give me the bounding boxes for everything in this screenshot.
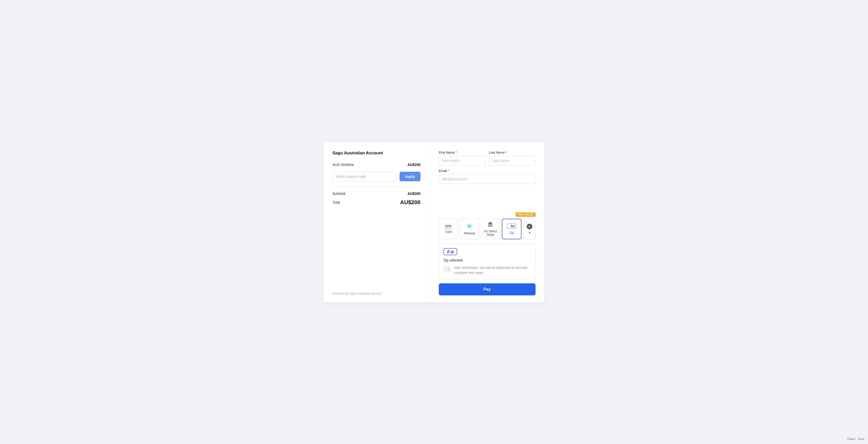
checkout-card: Sagu Australian Account AUS Onetime AU$2… (323, 142, 545, 302)
chevron-down-icon: ▾ (529, 231, 530, 234)
payment-method-card[interactable]: Card (439, 219, 458, 239)
email-label: Email * (439, 169, 535, 173)
zip-label: Zip (509, 231, 514, 235)
zip-selected-box: Z i p Zip selected. (439, 243, 535, 279)
apply-button[interactable]: Apply (400, 172, 421, 181)
payment-methods: Card ✓ Afterpay (439, 219, 535, 239)
email-input[interactable] (439, 174, 535, 184)
svg-rect-0 (445, 225, 451, 229)
card-label: Card (445, 230, 452, 234)
subtotal-label: Subtotal (333, 191, 345, 196)
svg-text:✓: ✓ (468, 225, 470, 228)
zip-logo-text: Z (447, 250, 450, 254)
bank-icon (488, 221, 493, 228)
zip-pm-icon: Z i p (507, 224, 516, 230)
coupon-row: Apply (333, 172, 421, 181)
first-name-required: * (456, 151, 457, 154)
svg-rect-5 (489, 224, 489, 226)
payment-method-zip[interactable]: Z i p Zip (502, 219, 522, 239)
email-required: * (448, 169, 449, 173)
powered-by: Powered by Sagu Australian Account (333, 292, 421, 295)
last-name-input[interactable] (489, 156, 536, 166)
svg-marker-9 (488, 222, 493, 224)
last-name-label: Last Name * (489, 151, 536, 154)
left-panel: Sagu Australian Account AUS Onetime AU$2… (323, 142, 430, 302)
email-group: Email * (439, 169, 535, 208)
pay-button[interactable]: Pay (439, 283, 535, 295)
account-title: Sagu Australian Account (333, 151, 421, 156)
payment-method-afterpay[interactable]: ✓ Afterpay (460, 219, 479, 239)
first-name-input[interactable] (439, 156, 486, 166)
afterpay-label: Afterpay (464, 232, 475, 235)
right-panel: First Name * Last Name * Email (430, 142, 545, 302)
last-name-required: * (506, 151, 507, 154)
privacy-link[interactable]: Privacy (847, 438, 856, 441)
zip-logo-badge: Z i p (443, 248, 457, 255)
svg-rect-4 (488, 224, 493, 224)
divider (333, 187, 421, 187)
coupon-input[interactable] (333, 172, 397, 181)
terms-link[interactable]: Terms (858, 438, 865, 441)
svg-rect-1 (445, 226, 451, 227)
svg-rect-7 (492, 224, 492, 226)
subtotal-row: Subtotal AU$200 (333, 191, 421, 196)
last-name-group: Last Name * (489, 151, 536, 166)
line-item-value: AU$200 (408, 163, 421, 167)
test-mode-badge: TEST MODE (516, 212, 535, 217)
zip-redirect-row: After submission, you will be redirected… (443, 265, 531, 275)
svg-rect-8 (488, 226, 493, 227)
svg-text:p: p (513, 225, 515, 228)
total-label: Total (333, 200, 340, 204)
k-icon: K (527, 224, 532, 229)
redirect-text: After submission, you will be redirected… (454, 265, 531, 275)
first-name-label: First Name * (439, 151, 486, 154)
total-row: Total AU$200 (333, 199, 421, 206)
line-item-label: AUS Onetime (333, 163, 354, 167)
au-direct-debit-label: AU Direct Debit (483, 230, 498, 237)
zip-selected-text: Zip selected. (443, 258, 531, 262)
zip-logo: Z i p (443, 248, 531, 255)
test-mode-wrapper: TEST MODE (439, 212, 535, 217)
zip-logo-p: p (451, 250, 454, 254)
line-item: AUS Onetime AU$200 (333, 163, 421, 167)
name-row: First Name * Last Name * (439, 151, 535, 166)
total-value: AU$200 (400, 199, 421, 206)
redirect-icon (443, 266, 451, 274)
page-wrapper: Sagu Australian Account AUS Onetime AU$2… (0, 131, 868, 313)
payment-method-au-direct-debit[interactable]: AU Direct Debit (481, 219, 500, 239)
zip-logo-i: i (450, 250, 451, 254)
first-name-group: First Name * (439, 151, 486, 166)
afterpay-icon: ✓ (466, 223, 472, 230)
subtotal-value: AU$200 (408, 191, 421, 196)
more-payment-methods-button[interactable]: K ▾ (524, 219, 535, 239)
card-icon (445, 225, 451, 229)
svg-rect-6 (490, 224, 491, 226)
privacy-terms: Privacy Terms (847, 438, 865, 441)
